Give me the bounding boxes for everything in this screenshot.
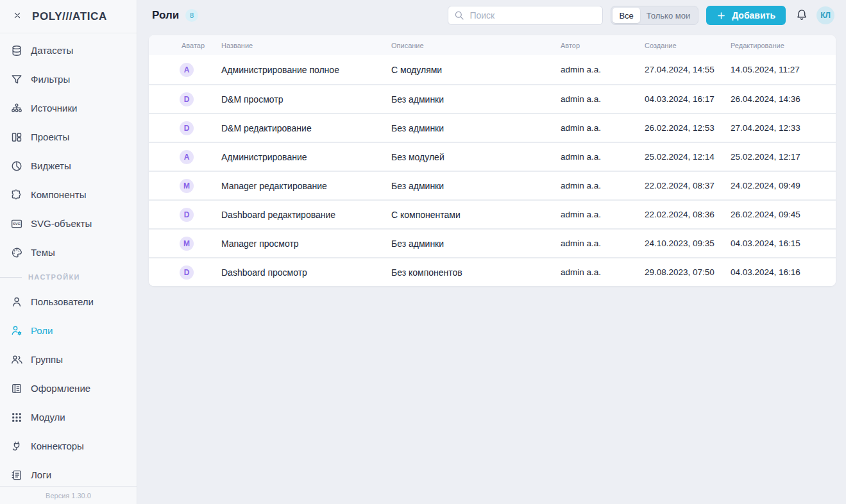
sidebar-item-logs[interactable]: Логи <box>0 460 137 489</box>
sidebar-item-svg-objects[interactable]: SVGSVG-объекты <box>0 209 137 238</box>
filter-mine-button[interactable]: Только мои <box>640 8 697 23</box>
role-created: 29.08.2023, 07:50 <box>645 267 731 277</box>
role-created: 25.02.2024, 12:14 <box>645 152 731 162</box>
role-avatar: A <box>180 150 194 164</box>
role-name: Manager просмотр <box>221 239 391 249</box>
table-row[interactable]: D D&M просмотр Без админки admin a.a. 04… <box>149 84 836 113</box>
sidebar-item-filters[interactable]: Фильтры <box>0 65 137 94</box>
sidebar-item-label: Проекты <box>31 131 69 142</box>
sidebar-item-widgets[interactable]: Виджеты <box>0 151 137 180</box>
filter-segmented-control: Все Только мои <box>611 6 698 25</box>
bell-icon <box>795 8 808 23</box>
user-gear-icon <box>10 324 23 337</box>
role-author: admin a.a. <box>561 267 645 277</box>
table-row[interactable]: M Manager просмотр Без админки admin a.a… <box>149 228 836 257</box>
notebook-icon <box>10 469 23 482</box>
role-description: С компонентами <box>391 210 561 220</box>
sidebar-item-label: Пользователи <box>31 296 94 307</box>
count-badge: 8 <box>185 9 198 22</box>
role-avatar: A <box>180 63 194 77</box>
settings-section-header: НАСТРОЙКИ <box>0 267 137 287</box>
role-edited: 14.05.2024, 11:27 <box>731 65 836 74</box>
sidebar-item-themes[interactable]: Темы <box>0 238 137 267</box>
sidebar-item-projects[interactable]: Проекты <box>0 122 137 151</box>
filter-all-button[interactable]: Все <box>613 8 639 23</box>
sidebar-item-sources[interactable]: Источники <box>0 94 137 122</box>
sidebar-item-connectors[interactable]: Коннекторы <box>0 432 137 460</box>
table-row[interactable]: M Manager редактирование Без админки adm… <box>149 171 836 199</box>
close-icon <box>12 10 22 22</box>
user-avatar[interactable]: КЛ <box>816 6 834 24</box>
roles-table: АватарНазваниеОписаниеАвторСозданиеРедак… <box>149 35 836 286</box>
notifications-button[interactable] <box>795 8 809 22</box>
role-description: Без компонентов <box>391 267 561 278</box>
sidebar-item-components[interactable]: Компоненты <box>0 180 137 209</box>
users-icon <box>10 353 23 366</box>
sidebar-item-label: Источники <box>31 103 77 113</box>
topbar: Роли 8 Все Только мои Добавить КЛ <box>137 0 846 31</box>
sidebar-item-roles[interactable]: Роли <box>0 316 137 345</box>
table-row[interactable]: D D&M редактирование Без админки admin a… <box>149 113 836 142</box>
sidebar-item-appearance[interactable]: Оформление <box>0 374 137 403</box>
sidebar-item-label: Оформление <box>31 383 90 394</box>
sidebar: POLY///ATICA ДатасетыФильтрыИсточникиПро… <box>0 0 137 504</box>
role-author: admin a.a. <box>561 123 645 133</box>
search-box <box>448 6 603 25</box>
table-body: A Администрирование полное С модулями ad… <box>149 55 836 286</box>
settings-section-label: НАСТРОЙКИ <box>28 273 80 281</box>
role-created: 22.02.2024, 08:37 <box>645 181 731 190</box>
role-author: admin a.a. <box>561 152 645 162</box>
role-avatar-cell: D <box>149 92 221 106</box>
sidebar-item-groups[interactable]: Группы <box>0 345 137 374</box>
role-name: Dashboard редактирование <box>221 210 391 220</box>
sidebar-item-modules[interactable]: Модули <box>0 403 137 432</box>
grid-dots-icon <box>10 411 23 424</box>
column-header: Аватар <box>149 42 221 49</box>
role-avatar-cell: D <box>149 208 221 222</box>
role-name: Manager редактирование <box>221 181 391 191</box>
app-logo: POLY///ATICA <box>32 10 107 23</box>
table-row[interactable]: A Администрирование полное С модулями ad… <box>149 55 836 84</box>
table-row[interactable]: A Администрирование Без модулей admin a.… <box>149 142 836 171</box>
palette-icon <box>10 246 23 259</box>
search-input[interactable] <box>470 10 597 21</box>
role-edited: 24.02.2024, 09:49 <box>731 181 836 190</box>
role-name: D&M редактирование <box>221 123 391 133</box>
sidebar-header: POLY///ATICA <box>0 0 137 33</box>
role-edited: 04.03.2024, 16:16 <box>731 267 836 277</box>
role-description: Без админки <box>391 239 561 249</box>
add-button[interactable]: Добавить <box>706 6 786 25</box>
role-author: admin a.a. <box>561 65 645 74</box>
role-name: D&M просмотр <box>221 94 391 105</box>
role-avatar: M <box>180 179 194 193</box>
role-created: 04.03.2024, 16:17 <box>645 94 731 104</box>
main-area: Роли 8 Все Только мои Добавить КЛ Аватар… <box>137 0 846 504</box>
column-header: Автор <box>561 42 645 49</box>
layout-icon <box>10 131 23 144</box>
database-icon <box>10 44 23 57</box>
role-author: admin a.a. <box>561 210 645 219</box>
sidebar-collapse-button[interactable] <box>10 10 24 24</box>
sidebar-item-label: Группы <box>31 354 63 365</box>
sidebar-item-label: Коннекторы <box>31 441 84 451</box>
funnel-icon <box>10 73 23 86</box>
sidebar-item-label: Компоненты <box>31 189 86 200</box>
role-name: Администрирование полное <box>221 65 391 75</box>
sidebar-item-users[interactable]: Пользователи <box>0 287 137 316</box>
sidebar-item-label: SVG-объекты <box>31 218 92 229</box>
add-button-label: Добавить <box>732 10 775 21</box>
sidebar-item-datasets[interactable]: Датасеты <box>0 36 137 65</box>
section-divider <box>0 277 22 278</box>
role-created: 26.02.2024, 12:53 <box>645 123 731 133</box>
role-avatar-cell: D <box>149 121 221 135</box>
puzzle-icon <box>10 189 23 201</box>
table-row[interactable]: D Dashboard просмотр Без компонентов adm… <box>149 257 836 286</box>
role-avatar: M <box>180 237 194 251</box>
role-edited: 26.04.2024, 14:36 <box>731 94 836 104</box>
role-edited: 27.04.2024, 12:33 <box>731 123 836 133</box>
table-row[interactable]: D Dashboard редактирование С компонентам… <box>149 199 836 228</box>
role-avatar-cell: A <box>149 63 221 77</box>
role-description: С модулями <box>391 65 561 75</box>
role-description: Без админки <box>391 181 561 191</box>
role-author: admin a.a. <box>561 239 645 248</box>
